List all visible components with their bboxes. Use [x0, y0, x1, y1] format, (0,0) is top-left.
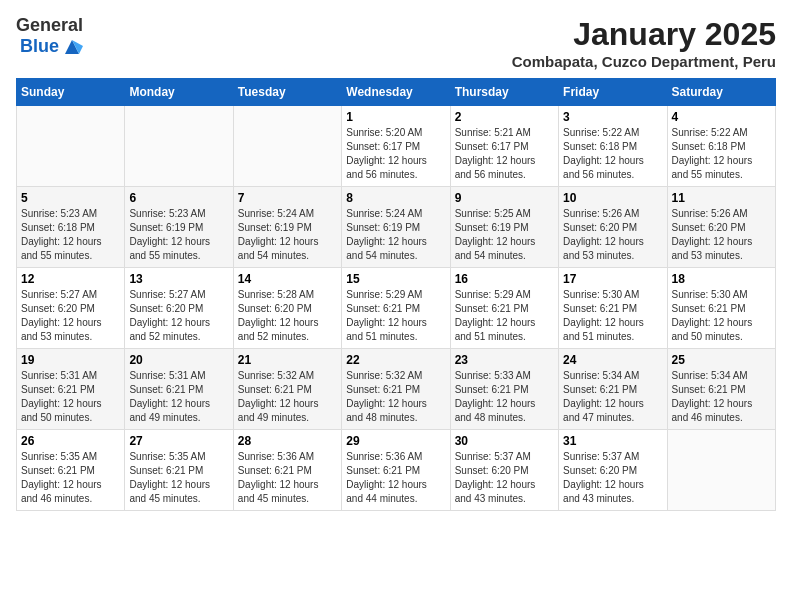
day-info: Sunrise: 5:30 AMSunset: 6:21 PMDaylight:… [563, 288, 662, 344]
day-number: 1 [346, 110, 445, 124]
day-number: 6 [129, 191, 228, 205]
day-number: 22 [346, 353, 445, 367]
header-day-saturday: Saturday [667, 79, 775, 106]
calendar-cell [667, 430, 775, 511]
calendar-cell: 30Sunrise: 5:37 AMSunset: 6:20 PMDayligh… [450, 430, 558, 511]
calendar-cell: 24Sunrise: 5:34 AMSunset: 6:21 PMDayligh… [559, 349, 667, 430]
day-number: 24 [563, 353, 662, 367]
calendar-cell: 4Sunrise: 5:22 AMSunset: 6:18 PMDaylight… [667, 106, 775, 187]
calendar-cell: 17Sunrise: 5:30 AMSunset: 6:21 PMDayligh… [559, 268, 667, 349]
logo-general: General [16, 16, 83, 36]
header-row: SundayMondayTuesdayWednesdayThursdayFrid… [17, 79, 776, 106]
calendar-cell: 3Sunrise: 5:22 AMSunset: 6:18 PMDaylight… [559, 106, 667, 187]
week-row-1: 1Sunrise: 5:20 AMSunset: 6:17 PMDaylight… [17, 106, 776, 187]
header-day-wednesday: Wednesday [342, 79, 450, 106]
header-day-friday: Friday [559, 79, 667, 106]
day-number: 5 [21, 191, 120, 205]
calendar-cell: 22Sunrise: 5:32 AMSunset: 6:21 PMDayligh… [342, 349, 450, 430]
calendar-cell [17, 106, 125, 187]
day-number: 26 [21, 434, 120, 448]
logo: General Blue [16, 16, 83, 58]
day-number: 18 [672, 272, 771, 286]
calendar-cell: 5Sunrise: 5:23 AMSunset: 6:18 PMDaylight… [17, 187, 125, 268]
day-info: Sunrise: 5:27 AMSunset: 6:20 PMDaylight:… [129, 288, 228, 344]
week-row-5: 26Sunrise: 5:35 AMSunset: 6:21 PMDayligh… [17, 430, 776, 511]
calendar-cell: 10Sunrise: 5:26 AMSunset: 6:20 PMDayligh… [559, 187, 667, 268]
calendar-cell [125, 106, 233, 187]
week-row-4: 19Sunrise: 5:31 AMSunset: 6:21 PMDayligh… [17, 349, 776, 430]
calendar-cell: 14Sunrise: 5:28 AMSunset: 6:20 PMDayligh… [233, 268, 341, 349]
day-info: Sunrise: 5:33 AMSunset: 6:21 PMDaylight:… [455, 369, 554, 425]
calendar-cell: 9Sunrise: 5:25 AMSunset: 6:19 PMDaylight… [450, 187, 558, 268]
day-info: Sunrise: 5:32 AMSunset: 6:21 PMDaylight:… [346, 369, 445, 425]
calendar-cell: 19Sunrise: 5:31 AMSunset: 6:21 PMDayligh… [17, 349, 125, 430]
day-number: 8 [346, 191, 445, 205]
calendar-table: SundayMondayTuesdayWednesdayThursdayFrid… [16, 78, 776, 511]
day-info: Sunrise: 5:22 AMSunset: 6:18 PMDaylight:… [563, 126, 662, 182]
day-number: 17 [563, 272, 662, 286]
day-number: 15 [346, 272, 445, 286]
calendar-cell: 12Sunrise: 5:27 AMSunset: 6:20 PMDayligh… [17, 268, 125, 349]
day-info: Sunrise: 5:27 AMSunset: 6:20 PMDaylight:… [21, 288, 120, 344]
logo-blue: Blue [20, 37, 59, 57]
calendar-cell: 7Sunrise: 5:24 AMSunset: 6:19 PMDaylight… [233, 187, 341, 268]
calendar-cell: 20Sunrise: 5:31 AMSunset: 6:21 PMDayligh… [125, 349, 233, 430]
logo-icon [61, 36, 83, 58]
day-info: Sunrise: 5:29 AMSunset: 6:21 PMDaylight:… [346, 288, 445, 344]
day-number: 19 [21, 353, 120, 367]
calendar-cell: 15Sunrise: 5:29 AMSunset: 6:21 PMDayligh… [342, 268, 450, 349]
calendar-cell: 6Sunrise: 5:23 AMSunset: 6:19 PMDaylight… [125, 187, 233, 268]
calendar-cell: 29Sunrise: 5:36 AMSunset: 6:21 PMDayligh… [342, 430, 450, 511]
day-info: Sunrise: 5:36 AMSunset: 6:21 PMDaylight:… [238, 450, 337, 506]
calendar-cell: 21Sunrise: 5:32 AMSunset: 6:21 PMDayligh… [233, 349, 341, 430]
day-info: Sunrise: 5:20 AMSunset: 6:17 PMDaylight:… [346, 126, 445, 182]
header-day-tuesday: Tuesday [233, 79, 341, 106]
calendar-cell: 31Sunrise: 5:37 AMSunset: 6:20 PMDayligh… [559, 430, 667, 511]
day-number: 14 [238, 272, 337, 286]
day-number: 27 [129, 434, 228, 448]
day-number: 4 [672, 110, 771, 124]
day-info: Sunrise: 5:29 AMSunset: 6:21 PMDaylight:… [455, 288, 554, 344]
day-info: Sunrise: 5:30 AMSunset: 6:21 PMDaylight:… [672, 288, 771, 344]
day-info: Sunrise: 5:23 AMSunset: 6:19 PMDaylight:… [129, 207, 228, 263]
calendar-cell: 26Sunrise: 5:35 AMSunset: 6:21 PMDayligh… [17, 430, 125, 511]
day-info: Sunrise: 5:34 AMSunset: 6:21 PMDaylight:… [672, 369, 771, 425]
day-info: Sunrise: 5:26 AMSunset: 6:20 PMDaylight:… [563, 207, 662, 263]
day-info: Sunrise: 5:31 AMSunset: 6:21 PMDaylight:… [129, 369, 228, 425]
calendar-cell: 28Sunrise: 5:36 AMSunset: 6:21 PMDayligh… [233, 430, 341, 511]
day-info: Sunrise: 5:21 AMSunset: 6:17 PMDaylight:… [455, 126, 554, 182]
day-number: 11 [672, 191, 771, 205]
day-number: 25 [672, 353, 771, 367]
day-info: Sunrise: 5:26 AMSunset: 6:20 PMDaylight:… [672, 207, 771, 263]
day-info: Sunrise: 5:28 AMSunset: 6:20 PMDaylight:… [238, 288, 337, 344]
day-info: Sunrise: 5:37 AMSunset: 6:20 PMDaylight:… [563, 450, 662, 506]
subtitle: Combapata, Cuzco Department, Peru [512, 53, 776, 70]
title-block: January 2025 Combapata, Cuzco Department… [512, 16, 776, 70]
calendar-cell: 11Sunrise: 5:26 AMSunset: 6:20 PMDayligh… [667, 187, 775, 268]
day-info: Sunrise: 5:22 AMSunset: 6:18 PMDaylight:… [672, 126, 771, 182]
day-number: 28 [238, 434, 337, 448]
day-number: 20 [129, 353, 228, 367]
day-number: 31 [563, 434, 662, 448]
week-row-2: 5Sunrise: 5:23 AMSunset: 6:18 PMDaylight… [17, 187, 776, 268]
calendar-cell: 1Sunrise: 5:20 AMSunset: 6:17 PMDaylight… [342, 106, 450, 187]
day-number: 7 [238, 191, 337, 205]
day-number: 30 [455, 434, 554, 448]
day-number: 3 [563, 110, 662, 124]
calendar-cell: 18Sunrise: 5:30 AMSunset: 6:21 PMDayligh… [667, 268, 775, 349]
day-number: 10 [563, 191, 662, 205]
header-day-sunday: Sunday [17, 79, 125, 106]
day-info: Sunrise: 5:25 AMSunset: 6:19 PMDaylight:… [455, 207, 554, 263]
day-number: 16 [455, 272, 554, 286]
day-number: 2 [455, 110, 554, 124]
header-day-monday: Monday [125, 79, 233, 106]
day-number: 29 [346, 434, 445, 448]
calendar-cell: 8Sunrise: 5:24 AMSunset: 6:19 PMDaylight… [342, 187, 450, 268]
day-info: Sunrise: 5:37 AMSunset: 6:20 PMDaylight:… [455, 450, 554, 506]
calendar-cell [233, 106, 341, 187]
day-info: Sunrise: 5:24 AMSunset: 6:19 PMDaylight:… [346, 207, 445, 263]
calendar-cell: 23Sunrise: 5:33 AMSunset: 6:21 PMDayligh… [450, 349, 558, 430]
day-number: 12 [21, 272, 120, 286]
day-info: Sunrise: 5:34 AMSunset: 6:21 PMDaylight:… [563, 369, 662, 425]
week-row-3: 12Sunrise: 5:27 AMSunset: 6:20 PMDayligh… [17, 268, 776, 349]
